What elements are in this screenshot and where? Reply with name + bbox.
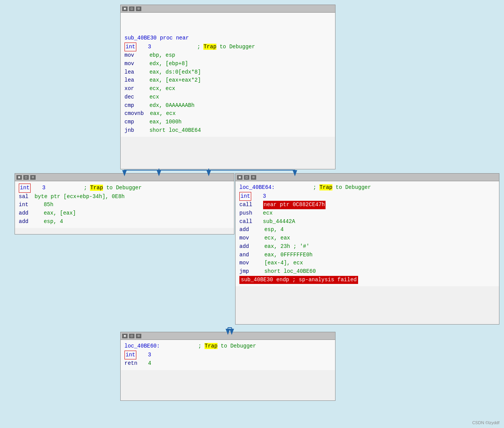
add1-mnem: add <box>19 209 28 218</box>
lea1-ops: eax, ds:0[edx*8] <box>149 68 201 77</box>
push-mnem: push <box>239 209 252 218</box>
push-ops: ecx <box>263 209 273 218</box>
footer: CSDN ©lzyddf <box>472 420 499 425</box>
push-ecx-line: push ecx <box>239 209 495 218</box>
lea2-ops: eax, [eax+eax*2] <box>149 76 201 85</box>
br-trap-comment: ; Trap to Debugger <box>313 184 371 192</box>
call1-ops-red: near ptr 0C882CE47h <box>263 201 326 209</box>
dec-ops: ecx <box>149 93 159 102</box>
bl-icon-1: ▣ <box>16 175 22 180</box>
cmp1-line: cmp edx, 0AAAAAABh <box>124 102 331 110</box>
call2-ops: sub_44442A <box>263 218 295 226</box>
mov3-mnem: mov <box>239 234 249 243</box>
lea2-mnem: lea <box>124 76 134 85</box>
add4-mnem: add <box>239 243 249 251</box>
cmovnb-mnem: cmovnb <box>124 110 144 118</box>
add3-line: add esp, 4 <box>239 226 495 234</box>
xor-ops: ecx, ecx <box>149 85 175 93</box>
trap-comment-top: ; Trap to Debugger <box>197 43 255 51</box>
bc-window-body: loc_40BE60: ; Trap to Debugger int 3 ret… <box>121 340 335 370</box>
bc-icon-1: ▣ <box>122 334 128 338</box>
retn-ops: 4 <box>148 359 151 368</box>
br-int-keyword: int <box>239 192 251 201</box>
int-num-top: 3 <box>148 43 151 51</box>
jnb-mnem: jnb <box>124 126 134 135</box>
cmp1-ops: edx, 0AAAAAABh <box>149 102 195 110</box>
call2-line: call sub_44442A <box>239 218 495 226</box>
bottom-right-code-window: ▣ ◫ ⊟ loc_40BE64: ; Trap to Debugger int… <box>235 173 499 325</box>
bl-icon-3: ⊟ <box>30 175 36 180</box>
call-red-line: call near ptr 0C882CE47h <box>239 201 495 209</box>
mov2-ops: edx, [ebp+8] <box>149 60 188 68</box>
br-icon-2: ◫ <box>244 175 249 180</box>
br-loc-label: loc_40BE64: <box>239 184 275 192</box>
bc-loc-label-line: loc_40BE60: ; Trap to Debugger <box>124 342 331 351</box>
bl-int-trap-line: int 3 ; Trap to Debugger <box>19 184 230 193</box>
add-eax-line: add eax, [eax] <box>19 209 230 218</box>
endp-text: sub_40BE30 endp ; sp-analysis failed <box>239 276 358 284</box>
bc-int-trap-line: int 3 <box>124 351 331 360</box>
br-icon-3: ⊟ <box>251 175 256 180</box>
mov-edx-line: mov edx, [ebp+8] <box>124 60 331 68</box>
mov4-line: mov [eax-4], ecx <box>239 259 495 267</box>
trap-highlight-top: Trap <box>203 44 216 50</box>
bc-trap-highlight: Trap <box>205 343 218 349</box>
cmovnb-ops: eax, ecx <box>150 110 175 118</box>
bc-icon-3: ⊟ <box>136 334 141 338</box>
add3-mnem: add <box>239 226 249 234</box>
mov4-ops: [eax-4], ecx <box>264 259 303 267</box>
bc-int-keyword: int <box>124 351 136 360</box>
mov1-mnem: mov <box>124 51 134 60</box>
lea1-line: lea eax, ds:0[edx*8] <box>124 68 331 77</box>
bc-trap-comment: ; Trap to Debugger <box>198 342 256 351</box>
dec-line: dec ecx <box>124 93 331 102</box>
bl-window-body: int 3 ; Trap to Debugger sal byte ptr [e… <box>15 181 234 228</box>
proc-line: sub_40BE30 proc near <box>124 34 331 43</box>
sal-line: sal byte ptr [ecx+ebp-34h], 0E8h <box>19 193 230 201</box>
br-int-trap-line: int 3 <box>239 192 495 201</box>
xor-mnem: xor <box>124 85 134 93</box>
titlebar-bl: ▣ ◫ ⊟ <box>15 174 234 181</box>
jnb-line: jnb short loc_40BE64 <box>124 126 331 135</box>
bl-icon-2: ◫ <box>23 175 29 180</box>
top-window-body: sub_40BE30 proc near int 3 ; Trap to Deb… <box>121 13 335 137</box>
and-line: and eax, 0FFFFFFE0h <box>239 251 495 259</box>
xor-line: xor ecx, ecx <box>124 85 331 93</box>
and-mnem: and <box>239 251 249 259</box>
mov2-mnem: mov <box>124 60 134 68</box>
mov3-line: mov ecx, eax <box>239 234 495 243</box>
call1-mnem: call <box>239 201 252 209</box>
endp-line: sub_40BE30 endp ; sp-analysis failed <box>239 276 495 284</box>
retn-line: retn 4 <box>124 359 331 368</box>
br-trap-highlight: Trap <box>319 184 332 190</box>
sal-mnem: sal <box>19 193 28 201</box>
bl-int-num: 3 <box>42 184 45 192</box>
bl-int-keyword: int <box>19 184 31 193</box>
int-keyword-top: int <box>124 43 136 52</box>
icon-2: ◫ <box>129 7 134 11</box>
cmp2-mnem: cmp <box>124 118 134 126</box>
icon-3: ⊟ <box>136 7 141 11</box>
jmp-ops: short loc_40BE60 <box>264 267 316 276</box>
jmp-mnem: jmp <box>239 267 249 276</box>
br-int-num: 3 <box>263 192 266 201</box>
bc-loc-label: loc_40BE60: <box>124 342 160 351</box>
proc-label: sub_40BE30 proc near <box>124 34 189 43</box>
call2-mnem: call <box>239 218 252 226</box>
mov-ebp-line: mov ebp, esp <box>124 51 331 60</box>
mov1-ops: ebp, esp <box>149 51 175 60</box>
int-trap-line-top: int 3 ; Trap to Debugger <box>124 43 331 52</box>
add1-ops: eax, [eax] <box>44 209 76 218</box>
add2-ops: esp, 4 <box>44 218 63 226</box>
cmp2-line: cmp eax, 1000h <box>124 118 331 126</box>
mov3-ops: ecx, eax <box>264 234 290 243</box>
titlebar-bc: ▣ ◫ ⊟ <box>121 332 335 340</box>
dec-mnem: dec <box>124 93 134 102</box>
add2-mnem: add <box>19 218 28 226</box>
add4-line: add eax, 23h ; '#' <box>239 243 495 251</box>
cmovnb-line: cmovnb eax, ecx <box>124 110 331 118</box>
lea2-line: lea eax, [eax+eax*2] <box>124 76 331 85</box>
titlebar-br: ▣ ◫ ⊟ <box>236 174 499 181</box>
sal-ops: byte ptr [ecx+ebp-34h], 0E8h <box>34 193 124 201</box>
cmp1-mnem: cmp <box>124 102 134 110</box>
